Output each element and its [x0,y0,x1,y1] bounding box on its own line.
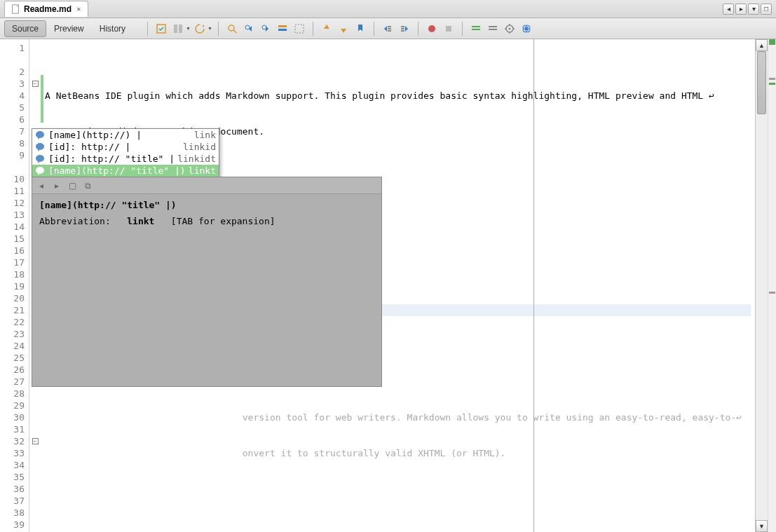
last-edit-icon[interactable] [154,21,169,36]
svg-marker-23 [405,26,408,32]
doc-abbrev-label: Abbreviation: [39,216,111,226]
svg-point-6 [229,25,234,31]
doc-window-button[interactable]: ▢ [66,179,79,192]
svg-point-34 [508,27,510,29]
overview-mark [769,78,775,80]
maximize-button[interactable]: □ [761,4,772,15]
doc-back-button[interactable]: ◂ [35,179,48,192]
svg-point-48 [36,167,44,174]
code-line: xxxxxxxxxxxxxxxxxxxxxxxxxxxxxxxxxxxxvers… [45,411,751,423]
svg-marker-43 [38,137,40,139]
toggle-bookmark-icon[interactable] [353,21,368,36]
doc-external-button[interactable]: ⧉ [81,179,94,192]
right-margin-line [533,39,534,532]
tab-title: Readme.md [24,4,72,14]
browser-icon[interactable] [519,21,534,36]
view-switcher: Source Preview History [4,20,133,37]
scroll-down-button[interactable]: ▼ [756,520,768,532]
shift-right-icon[interactable] [397,21,412,36]
svg-rect-14 [295,25,304,33]
find-next-icon[interactable] [258,21,273,36]
editor-toolbar: Source Preview History ▼ ▼ [0,18,776,39]
svg-marker-47 [38,161,40,163]
find-prev-icon[interactable] [241,21,257,36]
macro-record-icon[interactable] [424,21,440,36]
highlight-icon[interactable] [275,21,290,36]
svg-point-46 [36,155,44,162]
prev-bookmark-icon[interactable] [319,21,334,36]
svg-rect-26 [401,30,404,32]
autocomplete-item-selected[interactable]: [name](http:// "title" |) linkt [32,165,219,177]
tab-close-button[interactable]: × [75,5,82,13]
dropdown-arrow-icon[interactable]: ▼ [186,26,191,31]
scroll-right-button[interactable]: ▸ [735,4,747,15]
svg-marker-45 [38,149,40,151]
autocomplete-popup[interactable]: [name](http://) | link [id]: http:// | l… [32,128,219,177]
scrollbar-thumb[interactable] [757,51,766,114]
source-view-button[interactable]: Source [4,20,46,37]
refresh-icon[interactable] [192,21,207,36]
history-view-button[interactable]: History [92,20,133,37]
svg-marker-49 [38,173,40,175]
code-line [45,519,751,531]
autocomplete-item[interactable]: [id]: http:// "title" | linkidt [32,153,219,165]
shift-left-icon[interactable] [380,21,395,36]
svg-rect-32 [489,29,497,30]
doc-abbrev-value: linkt [127,216,154,226]
next-bookmark-icon[interactable] [336,21,351,36]
svg-point-27 [428,25,435,32]
selection-mode-icon[interactable] [292,21,307,36]
preview-view-button[interactable]: Preview [46,20,92,37]
svg-rect-12 [278,25,287,27]
comment-icon[interactable] [468,21,484,36]
overview-mark [769,39,775,45]
dropdown-button[interactable]: ▾ [748,4,759,15]
svg-point-44 [36,143,44,150]
suggestion-icon [35,130,45,140]
fold-toggle[interactable]: − [32,81,39,87]
documentation-popup: ◂ ▸ ▢ ⧉ [name](http:// "title" |) Abbrev… [32,177,382,387]
doc-hint: [TAB for expansion] [171,216,275,226]
line-number-gutter[interactable]: 123 4567 8910 11121314 15161718 19202122… [0,39,29,532]
diff-icon[interactable] [170,21,186,36]
uncomment-icon[interactable] [485,21,501,36]
svg-point-42 [36,131,44,138]
svg-rect-3 [174,25,177,33]
svg-marker-16 [341,29,346,33]
fold-toggle[interactable]: − [32,438,39,444]
scroll-left-button[interactable]: ◂ [723,4,734,15]
file-icon [11,4,20,14]
svg-marker-5 [203,25,205,27]
svg-line-7 [233,30,236,33]
code-line: xxxxxxxxxxxxxxxxxxxxxxxxxxxxxxxxxxxxonve… [45,447,751,459]
overview-mark [769,292,775,294]
doc-content: [name](http:// "title" |) Abbreviation: … [32,194,381,238]
doc-forward-button[interactable]: ▸ [50,179,63,192]
vertical-scrollbar[interactable]: ▲ ▼ [755,39,768,532]
suggestion-icon [35,166,45,176]
dropdown-arrow-icon[interactable]: ▼ [207,26,212,31]
svg-rect-21 [388,28,391,29]
macro-stop-icon[interactable] [441,21,456,36]
change-marker [41,75,43,123]
overview-ruler[interactable] [768,39,776,532]
svg-rect-31 [489,26,497,27]
svg-rect-22 [388,30,391,32]
options-icon[interactable] [502,21,517,36]
svg-rect-25 [401,28,404,29]
tab-bar: Readme.md × ◂ ▸ ▾ □ [0,0,776,18]
scroll-up-button[interactable]: ▲ [756,39,768,51]
svg-rect-29 [472,26,480,27]
doc-toolbar: ◂ ▸ ▢ ⧉ [32,177,381,194]
suggestion-icon [35,142,45,152]
autocomplete-item[interactable]: [name](http://) | link [32,129,219,141]
code-line: A NetBeans IDE plugin which adds Markdow… [45,90,751,102]
svg-marker-15 [324,25,329,29]
find-selection-icon[interactable] [224,21,240,36]
file-tab[interactable]: Readme.md × [4,1,88,17]
suggestion-icon [35,154,45,164]
svg-marker-11 [266,26,268,32]
svg-rect-4 [179,25,182,33]
svg-rect-20 [388,26,391,27]
autocomplete-item[interactable]: [id]: http:// | linkid [32,141,219,153]
